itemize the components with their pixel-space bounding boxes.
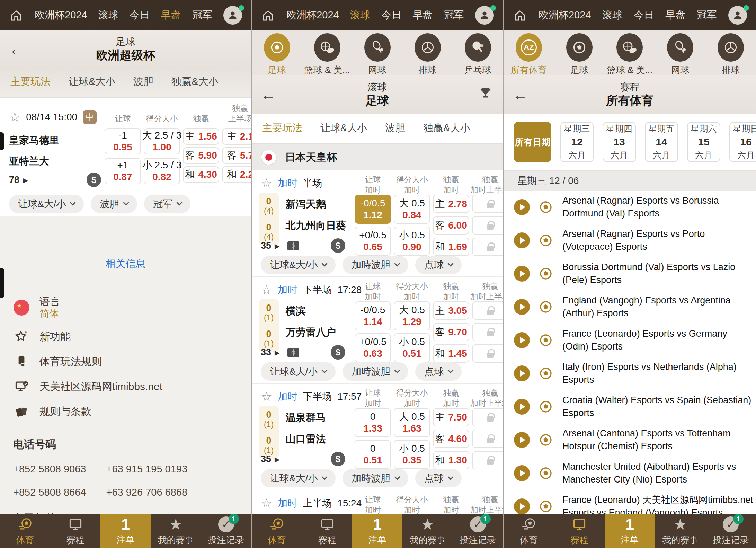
odds-over[interactable]: 大 0.51.63 [394,408,430,437]
back-icon[interactable]: ← [9,42,24,57]
list-item[interactable]: Croatia (Walter) Esports vs Spain (Sebas… [504,390,756,423]
nav-early[interactable]: 早盘 [665,8,685,22]
nav-outright[interactable]: 冠军 [697,8,717,22]
dropdown-handicap-ou[interactable]: 让球&大/小 [261,469,336,487]
odds-handicap-away[interactable]: +0/0.50.63 [355,333,391,362]
odds-over[interactable]: 大 0.50.84 [394,195,430,224]
nav-outright[interactable]: 冠军 [192,8,212,22]
play-icon[interactable] [514,465,530,481]
play-icon[interactable] [514,232,530,248]
sport-all[interactable]: AZ所有体育 [505,33,553,76]
dropdown-penalty[interactable]: 点球 [415,469,462,487]
nav-inplay[interactable]: 滚球 [602,8,622,22]
dropdown-et-correct-score[interactable]: 加時波胆 [343,256,408,274]
avatar[interactable] [475,6,494,25]
play-icon[interactable] [514,432,530,448]
menu-new-features[interactable]: 新功能 [13,324,238,349]
tab-correct-score[interactable]: 波胆 [385,121,405,135]
avatar[interactable] [728,6,747,25]
play-icon[interactable] [514,365,530,381]
bottomnav-schedule[interactable]: 赛程 [554,514,605,548]
sport-tennis[interactable]: 网球 [656,33,704,76]
bottomnav-sports[interactable]: 体育 [0,514,50,548]
cashout-dollar-icon[interactable]: $ [331,238,345,253]
list-item[interactable]: France (Leonardo) Esports vs Germany (Od… [504,324,756,357]
side-drawer-handle[interactable] [0,268,4,298]
odds-winfh-home[interactable]: 主2.1 [222,128,252,145]
tab-correct-score[interactable]: 波胆 [133,75,153,89]
bottomnav-betslip[interactable]: 1 注单 [605,514,655,548]
odds-handicap-home[interactable]: -10.95 [105,128,141,154]
list-item[interactable]: Arsenal (Cantona) Esports vs Tottenham H… [504,423,756,457]
dropdown-handicap-ou[interactable]: 让球&大/小 [9,195,84,213]
dropdown-et-correct-score[interactable]: 加時波胆 [343,469,408,487]
nav-early[interactable]: 早盘 [412,8,433,22]
home-icon[interactable] [513,8,527,23]
tab-handicap-ou[interactable]: 让球&大小 [69,75,115,89]
odds-win-home[interactable]: 主1.56 [183,128,219,145]
cashout-dollar-icon[interactable]: $ [87,173,101,187]
sport-soccer[interactable]: 足球 [253,33,301,76]
menu-sport-rules[interactable]: 体育玩法规则 [13,349,238,374]
date-card[interactable]: 星期四13六月 [603,122,636,162]
back-icon[interactable]: ← [261,87,276,102]
league-header[interactable]: 日本天皇杯 [252,144,503,170]
sport-basketball[interactable]: 篮球 & 美... [606,33,653,76]
play-icon[interactable] [514,399,530,415]
list-item[interactable]: Arsenal (Ragnar) Esports vs Porto (Votep… [504,224,756,257]
odds-handicap-away[interactable]: 00.51 [355,440,391,469]
date-card[interactable]: 星期三12六月 [560,122,594,162]
odds-win-away[interactable]: 客9.70 [433,323,469,341]
bottomnav-records[interactable]: ✓1 投注记录 [705,514,756,548]
list-item[interactable]: England (Vangogh) Esports vs Argentina (… [504,290,756,324]
bottomnav-myevents[interactable]: ★ 我的赛事 [402,514,453,548]
bottomnav-myevents[interactable]: ★ 我的赛事 [655,514,705,548]
tab-win-ou[interactable]: 独赢&大小 [171,75,218,89]
odds-under[interactable]: 小 0.50.35 [394,440,430,469]
date-card[interactable]: 星期日16六月 [729,122,756,162]
play-icon[interactable] [514,266,530,282]
related-info-link[interactable]: 相关信息 [0,216,251,271]
odds-win-home[interactable]: 主2.78 [433,195,469,213]
sport-basketball[interactable]: 篮球 & 美... [303,33,351,76]
trophy-icon[interactable] [478,86,493,103]
play-icon[interactable] [514,199,530,215]
nav-today[interactable]: 今日 [634,8,654,22]
play-icon[interactable] [514,498,530,514]
odds-win-draw[interactable]: 和4.30 [183,166,219,183]
odds-win-draw[interactable]: 和1.45 [433,344,469,363]
date-all-button[interactable]: 所有日期 [514,122,551,162]
bottomnav-schedule[interactable]: 赛程 [302,514,352,548]
nav-today[interactable]: 今日 [381,8,401,22]
odds-win-draw[interactable]: 和1.30 [433,451,469,469]
list-item[interactable]: Italy (Iron) Esports vs Netherlands (Alp… [504,357,756,390]
dropdown-penalty[interactable]: 点球 [415,362,462,381]
odds-under[interactable]: 小 2.5 / 30.82 [144,158,180,184]
odds-win-away[interactable]: 客4.60 [433,430,469,448]
bottomnav-sports[interactable]: 体育 [504,514,554,548]
dropdown-et-correct-score[interactable]: 加時波胆 [343,362,408,381]
list-item[interactable]: Manchester United (Aibothard) Esports vs… [504,457,756,490]
favorite-star-icon[interactable]: ☆ [9,111,20,124]
avatar[interactable] [223,6,242,25]
odds-win-home[interactable]: 主7.50 [433,408,469,426]
back-icon[interactable]: ← [513,87,528,102]
date-card[interactable]: 星期五14六月 [645,122,678,162]
sport-soccer[interactable]: 足球 [555,33,603,76]
odds-handicap-home[interactable]: -0/0.51.14 [355,301,391,330]
nav-inplay[interactable]: 滚球 [350,8,370,22]
odds-win-draw[interactable]: 和1.69 [433,238,469,256]
bottomnav-sports[interactable]: 体育 [252,514,302,548]
nav-today[interactable]: 今日 [130,8,150,22]
tab-main-markets[interactable]: 主要玩法 [10,75,51,89]
list-item[interactable]: Arsenal (Ragnar) Esports vs Borussia Dor… [504,191,756,224]
odds-handicap-away[interactable]: +0/0.50.65 [355,227,391,256]
favorite-star-icon[interactable]: ☆ [261,390,272,403]
cashout-dollar-icon[interactable]: $ [331,452,345,466]
bottomnav-myevents[interactable]: ★ 我的赛事 [151,514,201,548]
menu-terms[interactable]: 规则与条款 [13,399,238,424]
odds-handicap-home[interactable]: 01.33 [355,408,391,437]
home-icon[interactable] [9,8,24,23]
dropdown-handicap-ou[interactable]: 让球&大/小 [261,256,336,274]
bottomnav-records[interactable]: ✓1 投注记录 [453,514,503,548]
